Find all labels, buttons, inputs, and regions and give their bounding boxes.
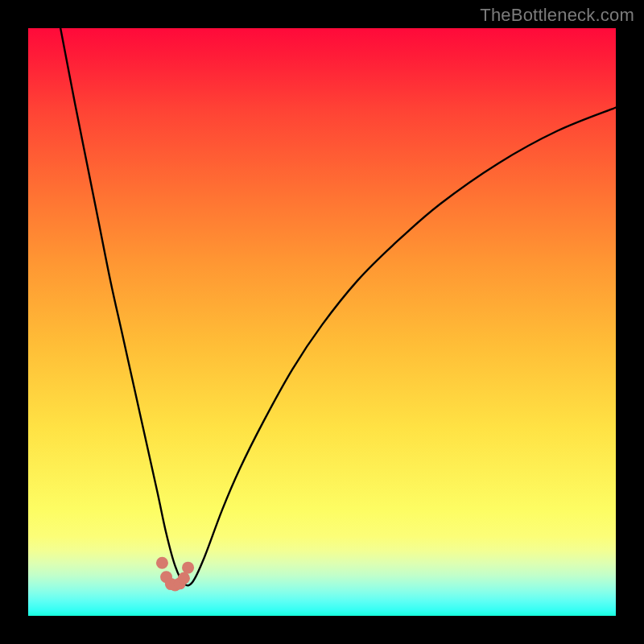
background-gradient	[28, 28, 616, 616]
plot-area	[28, 28, 616, 616]
watermark-text: TheBottleneck.com	[480, 5, 634, 26]
chart-frame	[28, 28, 616, 616]
